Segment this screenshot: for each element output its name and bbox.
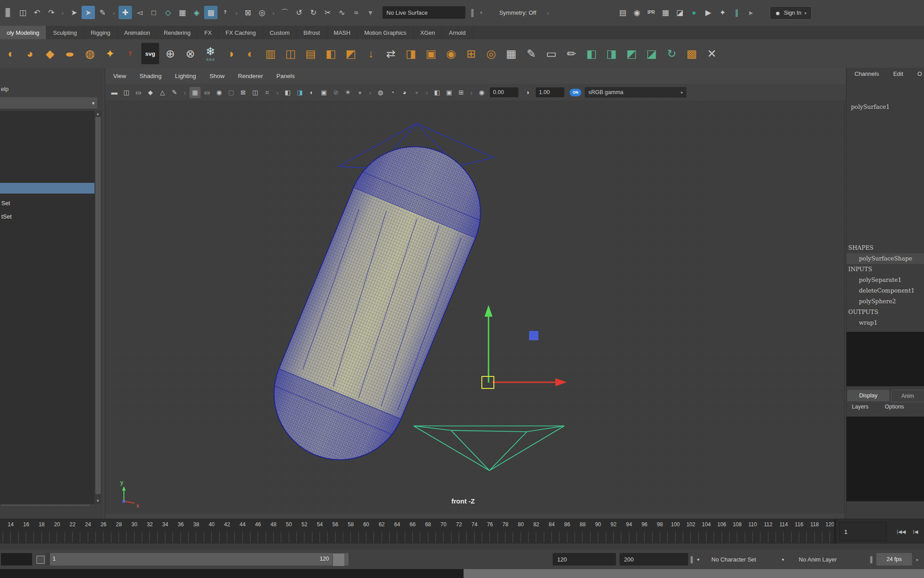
- snap-to-plane-icon[interactable]: ▩: [204, 6, 218, 19]
- field-chart-icon[interactable]: ⊠: [238, 87, 249, 98]
- chevron-down-icon[interactable]: ▾: [697, 550, 699, 569]
- timeline-frame-114[interactable]: 114: [779, 521, 788, 528]
- pan-zoom-icon[interactable]: ✎: [169, 87, 180, 98]
- exposure-field[interactable]: 0.00: [490, 87, 518, 97]
- timeline-frame-26[interactable]: 26: [100, 521, 106, 528]
- timeline-frame-48[interactable]: 48: [271, 521, 276, 528]
- shelf-project-icon[interactable]: ◉: [442, 43, 460, 64]
- timeline-frame-94[interactable]: 94: [626, 521, 632, 528]
- menu-tab-rigging[interactable]: Rigging: [84, 26, 117, 39]
- symmetry-dropdown[interactable]: Symmetry: Off: [499, 9, 536, 16]
- channel-box-node-deleteComponent1[interactable]: deleteComponent1: [846, 285, 924, 296]
- left-panel-dropdown[interactable]: ▾: [0, 97, 97, 109]
- shelf-construction-plane-icon[interactable]: ⊕: [161, 43, 179, 64]
- display-layer-icon[interactable]: ◪: [673, 6, 686, 19]
- shelf-extrude-icon[interactable]: ◫: [282, 43, 300, 64]
- shelf-quad-draw-icon[interactable]: ⊞: [462, 43, 480, 64]
- tab-anim[interactable]: Anim: [891, 390, 924, 402]
- timeline-frame-80[interactable]: 80: [518, 521, 524, 528]
- viewport-menu-panels[interactable]: Panels: [276, 73, 295, 79]
- timeline-frame-72[interactable]: 72: [456, 521, 462, 528]
- shelf-shaded-sphere-icon[interactable]: ◑: [222, 43, 239, 64]
- bookmark-icon[interactable]: ◆: [145, 87, 156, 98]
- timeline-frame-46[interactable]: 46: [255, 521, 261, 528]
- shelf-uv-spherical-icon[interactable]: ◪: [643, 43, 661, 64]
- scrollbar-thumb[interactable]: [95, 117, 101, 494]
- menu-tab-bifrost[interactable]: Bifrost: [297, 26, 327, 39]
- range-checkbox[interactable]: [37, 556, 45, 564]
- left-panel-vscrollbar[interactable]: ▲ ▼: [94, 111, 102, 504]
- highlight-selection-icon[interactable]: ◎: [255, 6, 269, 19]
- shelf-reduce-icon[interactable]: ↓: [362, 43, 380, 64]
- shelf-diamond-icon[interactable]: ◆: [41, 43, 59, 64]
- grid-toggle-icon[interactable]: ▦: [189, 87, 201, 98]
- shadows-icon[interactable]: ⊘: [330, 87, 341, 98]
- time-ruler[interactable]: 1416182022242628303234363840424446485052…: [0, 519, 834, 544]
- shelf-sphere-icon[interactable]: ◕: [21, 43, 39, 64]
- timeline-frame-22[interactable]: 22: [70, 521, 75, 528]
- shelf-ellipse-icon[interactable]: ●: [61, 43, 79, 64]
- timeline-frame-102[interactable]: 102: [686, 521, 695, 528]
- range-start-handle[interactable]: [46, 553, 50, 566]
- film-gate-icon[interactable]: ▭: [201, 87, 213, 98]
- shelf-grid-icon[interactable]: ▦: [502, 43, 520, 64]
- use-all-lights-icon[interactable]: ▣: [318, 87, 329, 98]
- lock-selection-icon[interactable]: ⊠: [241, 6, 255, 19]
- timeline-frame-90[interactable]: 90: [595, 521, 601, 528]
- timeline-frame-70[interactable]: 70: [440, 521, 446, 528]
- layers-menu[interactable]: Layers: [852, 404, 869, 410]
- smooth-curve-tool-icon[interactable]: ≈: [349, 6, 363, 19]
- expand-icon[interactable]: ▸: [916, 550, 919, 569]
- occlusion-icon[interactable]: ☀: [342, 87, 353, 98]
- move-tool-icon[interactable]: ✚: [119, 6, 132, 19]
- timeline-frame-110[interactable]: 110: [748, 521, 757, 528]
- wireframe-mode-icon[interactable]: ◧: [282, 87, 293, 98]
- timeline-frame-20[interactable]: 20: [54, 521, 60, 528]
- shelf-snap-together-icon[interactable]: ⊗: [181, 43, 199, 64]
- shelf-fill-hole-icon[interactable]: ▣: [422, 43, 440, 64]
- render-region-icon[interactable]: ◉: [630, 6, 644, 19]
- channel-box-node-wrap1[interactable]: wrap1: [846, 318, 924, 328]
- pause-viewport-icon[interactable]: ∥: [730, 6, 743, 19]
- timeline-frame-36[interactable]: 36: [178, 521, 184, 528]
- save-scene-icon[interactable]: ◫: [16, 6, 29, 19]
- timeline-frame-74[interactable]: 74: [472, 521, 477, 528]
- render-settings-icon[interactable]: ▦: [659, 6, 672, 19]
- anim-layer-dropdown[interactable]: No Anim Layer: [799, 550, 837, 569]
- menu-tab-animation[interactable]: Animation: [118, 26, 157, 39]
- motion-blur-icon[interactable]: ●: [354, 87, 365, 98]
- shelf-uv-cylindrical-icon[interactable]: ◩: [623, 43, 641, 64]
- live-surface-dropdown-arrow-icon[interactable]: ▾: [477, 10, 485, 16]
- timeline-frame-34[interactable]: 34: [162, 521, 168, 528]
- gate-mask-icon[interactable]: ▢: [226, 87, 237, 98]
- safe-action-icon[interactable]: ◫: [250, 87, 261, 98]
- timeline-frame-76[interactable]: 76: [487, 521, 493, 528]
- channel-box-object-name[interactable]: polySurface1: [851, 103, 890, 110]
- rotate-ccw-tool-icon[interactable]: ↺: [292, 6, 306, 19]
- channel-box-menu-channels[interactable]: Channels: [854, 70, 879, 77]
- ipr-render-icon[interactable]: IPR: [645, 6, 658, 19]
- undo-icon[interactable]: ↶: [30, 6, 44, 19]
- current-frame-field[interactable]: 1: [839, 522, 887, 541]
- sine-curve-tool-icon[interactable]: ∿: [335, 6, 349, 19]
- menu-tab-mash[interactable]: MASH: [327, 26, 358, 39]
- contrast-adjust-icon[interactable]: ◑: [522, 87, 533, 98]
- command-line[interactable]: [0, 569, 924, 578]
- timeline-frame-108[interactable]: 108: [733, 521, 742, 528]
- shelf-target-weld-icon[interactable]: ▭: [542, 43, 560, 64]
- shelf-svg-tool-icon[interactable]: svg: [141, 43, 159, 64]
- timeline-frame-28[interactable]: 28: [116, 521, 122, 528]
- scale-tool-icon[interactable]: □: [147, 6, 160, 19]
- shelf-uv-planar-icon[interactable]: ◧: [583, 43, 600, 64]
- viewport-menu-shading[interactable]: Shading: [140, 73, 162, 79]
- camera-lock-icon[interactable]: ◫: [121, 87, 132, 98]
- timeline-frame-42[interactable]: 42: [224, 521, 230, 528]
- timeline-frame-40[interactable]: 40: [209, 521, 214, 528]
- channel-box-node-polySurfaceShape[interactable]: polySurfaceShape: [846, 253, 924, 264]
- shelf-circularize-icon[interactable]: ◎: [482, 43, 500, 64]
- timeline-frame-82[interactable]: 82: [533, 521, 539, 528]
- timeline-frame-44[interactable]: 44: [240, 521, 246, 528]
- timeline-frame-56[interactable]: 56: [333, 521, 338, 528]
- shelf-bridge-icon[interactable]: ◧: [322, 43, 340, 64]
- shelf-bevel-icon[interactable]: ▤: [302, 43, 320, 64]
